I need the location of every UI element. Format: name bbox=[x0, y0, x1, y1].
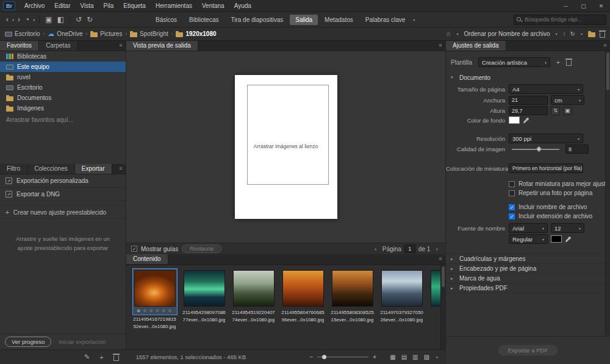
export-preset-dng[interactable]: ↗ Exportar a DNG bbox=[0, 188, 126, 201]
menu-editar[interactable]: Editar bbox=[49, 0, 75, 12]
font-family-select[interactable]: Arial▾ bbox=[509, 223, 548, 233]
rotate-right-icon[interactable]: ↻ bbox=[84, 16, 95, 23]
section-pdf-properties[interactable]: ▸ Propiedades PDF bbox=[446, 284, 610, 293]
delete-icon[interactable] bbox=[600, 32, 605, 38]
tab-ajustes-salida[interactable]: Ajustes de salida bbox=[446, 41, 506, 51]
forward-icon[interactable]: › bbox=[15, 16, 23, 23]
rotate-view-caret-icon[interactable]: ▾ bbox=[580, 32, 584, 36]
section-watermark[interactable]: ▸ Marca de agua bbox=[446, 274, 610, 284]
height-input[interactable] bbox=[509, 106, 548, 115]
breadcrumb-pictures[interactable]: Pictures bbox=[90, 30, 122, 37]
edit-pencil-icon[interactable]: ✎ bbox=[84, 353, 90, 361]
thumbnail-image[interactable] bbox=[282, 270, 324, 307]
tab-favoritos[interactable]: Favoritos bbox=[0, 41, 39, 51]
resolution-select[interactable]: 300 ppi▾ bbox=[509, 134, 583, 143]
menu-pila[interactable]: Pila bbox=[99, 0, 119, 12]
back-caret-icon[interactable]: ▾ bbox=[11, 18, 15, 22]
sort-ascending-icon[interactable]: ↑ bbox=[563, 30, 566, 37]
template-select[interactable]: Creación artística▾ bbox=[478, 57, 550, 67]
rotate-thumbnail-checkbox[interactable] bbox=[509, 181, 515, 187]
quality-slider[interactable] bbox=[512, 149, 559, 150]
output-panel-scrollbar[interactable] bbox=[605, 51, 610, 335]
list-view-icon[interactable]: ▨ bbox=[424, 354, 429, 360]
history-icon[interactable]: ◔ bbox=[23, 16, 32, 23]
menu-ventana[interactable]: Ventana bbox=[197, 0, 229, 12]
thumbnail-item[interactable]: 2114970379327050 26ever...0x1080.jpg bbox=[377, 268, 426, 349]
menu-archivo[interactable]: Archivo bbox=[20, 0, 49, 12]
zoom-slider-track[interactable] bbox=[317, 357, 368, 357]
delete-template-icon[interactable] bbox=[566, 60, 572, 66]
zoom-slider-thumb[interactable] bbox=[322, 355, 326, 359]
view-options-caret-icon[interactable]: ▾ bbox=[435, 355, 439, 359]
workspace-tab-tira[interactable]: Tira de diapositivas bbox=[225, 15, 289, 25]
sidebar-item-ruvel[interactable]: ruvel bbox=[0, 72, 126, 82]
scrollbar-thumb[interactable] bbox=[442, 266, 445, 287]
thumbnail-item[interactable]: 2114954519220407 74ever...0x1080.jpg bbox=[229, 268, 278, 349]
swap-dimensions-icon[interactable]: ⇅ bbox=[551, 107, 560, 115]
panel-menu-icon[interactable]: ≡ bbox=[116, 41, 126, 51]
scrollbar-thumb[interactable] bbox=[606, 52, 609, 90]
history-caret-icon[interactable]: ▾ bbox=[32, 18, 36, 22]
content-scrollbar[interactable] bbox=[440, 265, 445, 349]
rating-stars[interactable]: ⊘☆ ☆ ☆ ☆ ☆ bbox=[137, 308, 172, 313]
zoom-in-icon[interactable]: + bbox=[373, 354, 376, 360]
add-template-icon[interactable]: + bbox=[556, 59, 560, 66]
section-header-footer[interactable]: ▸ Encabezado y pie de página bbox=[446, 264, 610, 274]
maximize-button[interactable]: ▢ bbox=[575, 0, 592, 12]
quality-input[interactable] bbox=[565, 145, 589, 154]
new-item-icon[interactable]: + bbox=[99, 354, 103, 361]
workspace-tab-bibliotecas[interactable]: Bibliotecas bbox=[184, 15, 224, 25]
thumbnail-item[interactable]: ⊘☆ ☆ ☆ ☆ ☆ 2114954167219815 52ever...0x1… bbox=[130, 268, 179, 349]
delete-icon[interactable] bbox=[113, 355, 119, 361]
font-size-select[interactable]: 12▾ bbox=[551, 223, 584, 233]
workspace-tab-salida[interactable]: Salida bbox=[290, 15, 318, 25]
detail-view-icon[interactable]: ▥ bbox=[412, 354, 418, 360]
grid-view-icon[interactable]: ▦ bbox=[390, 354, 395, 360]
section-grids-margins[interactable]: ▸ Cuadrículas y márgenes bbox=[446, 254, 610, 264]
filter-rating-icon[interactable]: ☆ bbox=[445, 30, 451, 37]
workspace-tab-basicos[interactable]: Básicos bbox=[150, 15, 182, 25]
thumbnail-item[interactable]: 2114954298097086 77ever...0x1080.jpg bbox=[179, 268, 229, 349]
rotate-view-icon[interactable]: ↻ bbox=[570, 30, 575, 37]
tab-colecciones[interactable]: Colecciones bbox=[27, 164, 74, 174]
document-section-header[interactable]: ▾ Documento bbox=[446, 72, 610, 83]
menu-herramientas[interactable]: Herramientas bbox=[151, 0, 197, 12]
orientation-icon[interactable]: ▣ bbox=[563, 107, 572, 115]
thumbnail-image[interactable] bbox=[332, 270, 373, 307]
menu-vista[interactable]: Vista bbox=[75, 0, 98, 12]
sidebar-item-imagenes[interactable]: Imágenes bbox=[0, 103, 126, 113]
back-icon[interactable]: ‹ bbox=[4, 16, 11, 23]
placement-select[interactable]: Primero en horizontal (por fila)▾ bbox=[509, 163, 583, 173]
panel-menu-icon[interactable]: ≡ bbox=[116, 164, 126, 174]
tab-vista-previa[interactable]: Vista previa de salida bbox=[126, 41, 198, 51]
thumbnail-image[interactable] bbox=[134, 270, 176, 307]
quality-slider-thumb[interactable] bbox=[536, 146, 542, 152]
sidebar-item-este-equipo[interactable]: Este equipo bbox=[0, 62, 126, 72]
eyedropper-icon[interactable] bbox=[565, 236, 572, 243]
menu-etiqueta[interactable]: Etiqueta bbox=[118, 0, 151, 12]
sort-caret-icon[interactable]: ▾ bbox=[554, 32, 559, 36]
export-pdf-button[interactable]: Exportar a PDF bbox=[498, 344, 558, 356]
workspace-caret-icon[interactable]: ▾ bbox=[412, 18, 416, 22]
create-preset-button[interactable]: + Crear nuevo ajuste preestablecido bbox=[0, 205, 126, 219]
background-color-swatch[interactable] bbox=[509, 116, 520, 124]
tab-filtro[interactable]: Filtro bbox=[0, 164, 27, 174]
minimize-button[interactable]: ─ bbox=[557, 0, 575, 12]
thumbnail-item[interactable]: 2114955804760685 96ever...0x1080.jpg bbox=[278, 268, 328, 349]
width-input[interactable] bbox=[509, 96, 548, 105]
sidebar-item-escritorio[interactable]: Escritorio bbox=[0, 82, 126, 93]
restore-button[interactable]: Restaurar bbox=[182, 244, 222, 253]
menu-ayuda[interactable]: Ayuda bbox=[229, 0, 256, 12]
zoom-out-icon[interactable]: − bbox=[309, 354, 313, 360]
breadcrumb-spotbright[interactable]: SpotBright bbox=[130, 30, 168, 37]
thumbnail-selected-box[interactable]: ⊘☆ ☆ ☆ ☆ ☆ bbox=[132, 268, 178, 315]
previous-page-icon[interactable]: ‹ bbox=[372, 245, 379, 252]
font-color-swatch[interactable] bbox=[551, 235, 562, 243]
repeat-photo-checkbox[interactable] bbox=[509, 190, 515, 196]
thumbnail-image[interactable] bbox=[233, 270, 274, 307]
workspace-tab-palabras[interactable]: Palabras clave bbox=[360, 15, 411, 25]
workspace-tab-metadatos[interactable]: Metadatos bbox=[319, 15, 359, 25]
tab-contenido[interactable]: Contenido bbox=[126, 254, 168, 264]
search-input[interactable] bbox=[525, 16, 603, 23]
tab-exportar[interactable]: Exportar bbox=[75, 164, 112, 174]
